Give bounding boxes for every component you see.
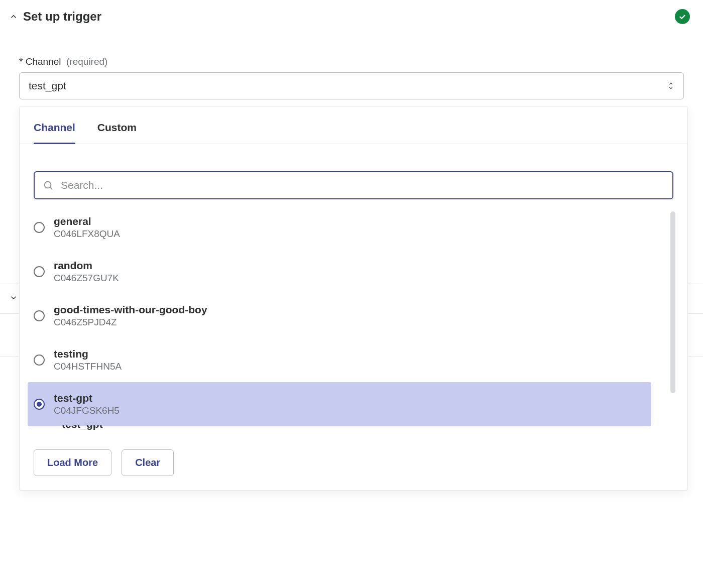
section-title: Set up trigger	[23, 10, 101, 24]
channel-select[interactable]: test_gpt	[19, 72, 684, 99]
option-id: C046LFX8QUA	[54, 228, 120, 240]
search-icon	[43, 180, 54, 191]
svg-line-1	[50, 187, 52, 189]
radio-dot	[37, 402, 42, 407]
tab-custom[interactable]: Custom	[97, 122, 137, 144]
options-container: general C046LFX8QUA random C046Z57GU7K g…	[20, 205, 687, 437]
required-text: (required)	[66, 56, 107, 67]
chevron-up-icon[interactable]	[9, 12, 18, 21]
option-id: C046Z57GU7K	[54, 273, 119, 284]
option-text: random C046Z57GU7K	[54, 260, 119, 284]
radio-icon	[34, 310, 45, 321]
tab-channel[interactable]: Channel	[34, 122, 75, 144]
load-more-button[interactable]: Load More	[34, 449, 111, 476]
channel-field-label: * Channel (required)	[19, 56, 684, 67]
option-name: test-gpt	[54, 392, 120, 404]
option-id: C04HSTFHN5A	[54, 361, 122, 372]
svg-point-0	[45, 182, 51, 188]
option-text: test_gpt	[62, 425, 103, 430]
option-testing[interactable]: testing C04HSTFHN5A	[28, 338, 651, 382]
option-random[interactable]: random C046Z57GU7K	[28, 250, 651, 294]
option-name: general	[54, 215, 120, 227]
channel-select-value: test_gpt	[29, 80, 66, 92]
channel-field: * Channel (required) test_gpt	[0, 56, 703, 99]
field-label-text: Channel	[26, 56, 61, 67]
search-box[interactable]	[34, 171, 673, 199]
clear-button[interactable]: Clear	[122, 449, 174, 476]
scrollbar[interactable]	[670, 211, 675, 393]
option-text: test-gpt C04JFGSK6H5	[54, 392, 120, 416]
option-name: good-times-with-our-good-boy	[54, 304, 207, 316]
radio-icon	[34, 222, 45, 233]
radio-icon	[34, 266, 45, 277]
chevron-down-icon	[9, 293, 18, 304]
radio-icon	[34, 355, 45, 366]
option-test-gpt[interactable]: test-gpt C04JFGSK6H5	[28, 382, 651, 426]
option-name: testing	[54, 348, 122, 360]
section-header: Set up trigger	[0, 0, 703, 33]
option-name: random	[54, 260, 119, 272]
select-chevrons-icon	[667, 81, 674, 90]
search-wrap	[20, 144, 687, 199]
required-asterisk: *	[19, 56, 23, 67]
option-text: testing C04HSTFHN5A	[54, 348, 122, 372]
options-list: general C046LFX8QUA random C046Z57GU7K g…	[20, 205, 677, 433]
option-id: C046Z5PJD4Z	[54, 317, 207, 328]
dropdown-footer: Load More Clear	[20, 437, 687, 490]
option-text: general C046LFX8QUA	[54, 215, 120, 240]
option-id: C04JFGSK6H5	[54, 405, 120, 416]
option-text: good-times-with-our-good-boy C046Z5PJD4Z	[54, 304, 207, 328]
option-good-times[interactable]: good-times-with-our-good-boy C046Z5PJD4Z	[28, 294, 651, 338]
channel-dropdown-panel: Channel Custom general C046LFX8QUA rand	[19, 106, 688, 491]
status-complete-icon	[675, 9, 690, 24]
option-general[interactable]: general C046LFX8QUA	[28, 205, 651, 250]
section-header-left: Set up trigger	[9, 10, 101, 24]
radio-icon-selected	[34, 399, 45, 410]
dropdown-tabs: Channel Custom	[20, 106, 687, 144]
option-partial[interactable]: test_gpt	[28, 422, 651, 433]
option-name: test_gpt	[62, 425, 103, 430]
search-input[interactable]	[61, 179, 664, 191]
